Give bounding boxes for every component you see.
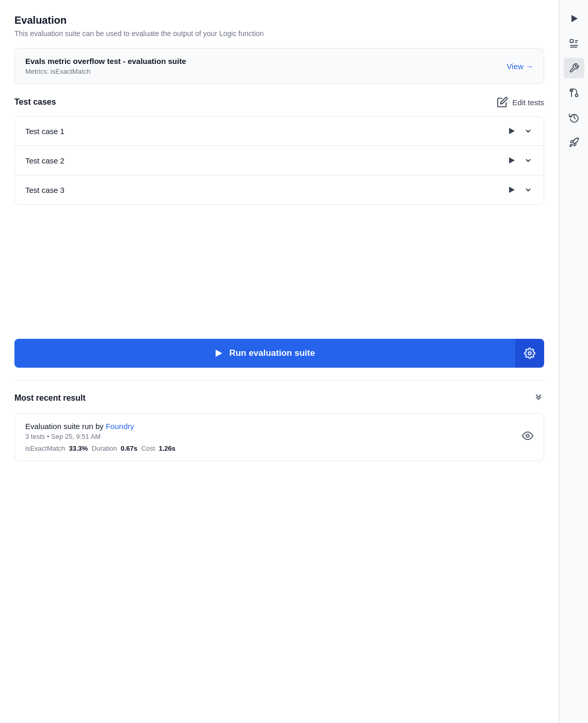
page-title: Evaluation xyxy=(14,14,544,26)
edit-tests-label: Edit tests xyxy=(512,98,544,107)
suite-card-subtitle: Metrics: isExactMatch xyxy=(25,68,186,75)
duration-label: Duration xyxy=(92,445,117,452)
expand-test-icon[interactable] xyxy=(523,185,533,195)
test-case-row[interactable]: Test case 2 xyxy=(15,146,544,175)
suite-card-info: Evals metric overflow test - evaluation … xyxy=(25,57,186,75)
sidebar-tools-button[interactable] xyxy=(564,58,584,78)
page-subtitle: This evaluation suite can be used to eva… xyxy=(14,29,544,38)
svg-marker-3 xyxy=(216,350,222,357)
test-case-actions xyxy=(507,126,533,136)
svg-point-4 xyxy=(528,352,531,355)
test-cases-header: Test cases Edit tests xyxy=(14,96,544,108)
suite-view-link[interactable]: View → xyxy=(507,62,533,71)
suite-card: Evals metric overflow test - evaluation … xyxy=(14,48,544,84)
settings-icon xyxy=(524,348,535,359)
result-run-prefix: Evaluation suite run by xyxy=(25,422,106,431)
suite-card-title: Evals metric overflow test - evaluation … xyxy=(25,57,186,65)
svg-marker-1 xyxy=(509,157,515,163)
result-card-stats: isExactMatch 33.3% Duration 0.67s Cost 1… xyxy=(25,445,514,452)
run-play-icon xyxy=(215,349,223,357)
run-evaluation-label: Run evaluation suite xyxy=(229,348,315,358)
most-recent-header: Most recent result xyxy=(14,391,544,405)
most-recent-section: Most recent result Evaluation suite run … xyxy=(14,380,544,461)
run-test-icon[interactable] xyxy=(507,155,517,166)
view-result-icon[interactable] xyxy=(522,430,533,444)
run-test-icon[interactable] xyxy=(507,185,517,195)
result-card: Evaluation suite run by Foundry 3 tests … xyxy=(14,413,544,461)
test-case-name: Test case 3 xyxy=(25,186,64,194)
result-run-by[interactable]: Foundry xyxy=(106,422,134,431)
svg-marker-2 xyxy=(509,187,515,193)
expand-test-icon[interactable] xyxy=(523,155,533,166)
test-cases-title: Test cases xyxy=(14,97,56,107)
sidebar-history-button[interactable] xyxy=(564,107,584,128)
run-test-icon[interactable] xyxy=(507,126,517,136)
test-case-name: Test case 1 xyxy=(25,127,64,136)
most-recent-title: Most recent result xyxy=(14,393,86,403)
sidebar-rocket-button[interactable] xyxy=(564,132,584,153)
svg-point-5 xyxy=(526,434,529,437)
run-settings-button[interactable] xyxy=(515,339,544,368)
duration-value: 0.67s xyxy=(121,445,138,452)
result-card-meta: 3 tests • Sep 25, 9:51 AM xyxy=(25,433,514,440)
metric-value: 33.3% xyxy=(69,445,88,452)
test-case-actions xyxy=(507,185,533,195)
run-suite-container: Run evaluation suite xyxy=(14,339,544,368)
result-card-info: Evaluation suite run by Foundry 3 tests … xyxy=(25,422,514,452)
sidebar-icons xyxy=(559,0,588,723)
sidebar-play-button[interactable] xyxy=(564,8,584,29)
edit-tests-button[interactable]: Edit tests xyxy=(497,96,544,108)
pencil-icon xyxy=(497,96,508,108)
sidebar-git-button[interactable] xyxy=(564,83,584,103)
expand-test-icon[interactable] xyxy=(523,126,533,136)
run-evaluation-button[interactable]: Run evaluation suite xyxy=(14,339,515,368)
test-case-row[interactable]: Test case 1 xyxy=(15,117,544,146)
most-recent-expand-icon[interactable] xyxy=(533,391,544,405)
cost-value: 1.26s xyxy=(159,445,176,452)
test-case-actions xyxy=(507,155,533,166)
cost-label: Cost xyxy=(141,445,155,452)
test-case-name: Test case 2 xyxy=(25,156,64,165)
metric-name: isExactMatch xyxy=(25,445,65,452)
svg-marker-6 xyxy=(571,15,578,22)
svg-marker-0 xyxy=(509,128,515,134)
svg-rect-7 xyxy=(570,40,573,43)
sidebar-tasks-button[interactable] xyxy=(564,33,584,54)
result-card-title: Evaluation suite run by Foundry xyxy=(25,422,514,431)
test-case-row[interactable]: Test case 3 xyxy=(15,175,544,204)
test-cases-list: Test case 1 Test case 2 xyxy=(14,116,544,205)
